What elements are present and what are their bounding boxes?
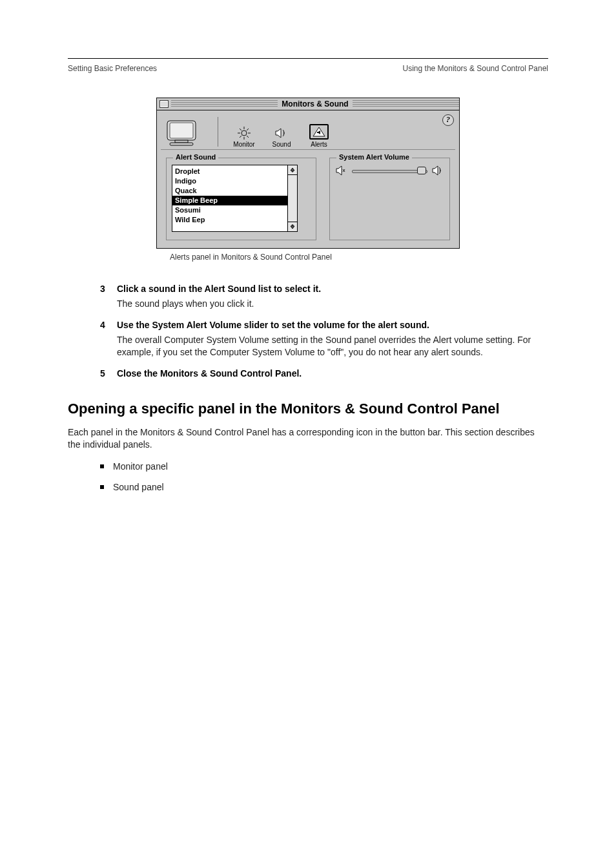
section-intro: Each panel in the Monitors & Sound Contr… [68,426,548,452]
figure-caption: Alerts panel in Monitors & Sound Control… [170,253,548,262]
list-item[interactable]: Droplet [172,167,287,176]
page-top-rule [68,58,548,59]
bullet-item: Monitor panel [100,461,548,473]
slider-track [352,170,427,173]
volume-row [335,165,444,176]
svg-line-11 [247,129,249,130]
toolbar-divider [218,117,218,147]
header-right: Using the Monitors & Sound Control Panel [403,64,548,73]
speaker-loud-icon [273,127,290,140]
list-item[interactable]: Indigo [172,176,287,186]
close-box[interactable] [159,100,169,108]
list-item[interactable]: Quack [172,186,287,196]
svg-rect-2 [175,140,188,143]
step-5: 5 Close the Monitors & Sound Control Pan… [100,368,548,379]
volume-slider[interactable] [352,166,427,175]
help-button[interactable]: ? [442,114,454,126]
step-title: Close the Monitors & Sound Control Panel… [117,368,302,379]
alert-volume-group: System Alert Volume [329,158,450,240]
speaker-mute-icon [335,165,348,176]
tab-alerts-label: Alerts [311,141,327,148]
speaker-loud-icon [431,165,444,176]
alert-sound-listbox[interactable]: Droplet Indigo Quack Simple Beep Sosumi … [172,165,298,232]
scrollbar[interactable] [287,165,297,231]
scroll-track[interactable] [288,175,297,222]
header-left: Setting Basic Preferences [68,64,157,73]
list-item[interactable]: Wild Eep [172,215,287,225]
step-body: The sound plays when you click it. [117,298,548,311]
alert-sound-legend: Alert Sound [173,153,218,161]
section-heading: Opening a specific panel in the Monitors… [68,400,548,417]
arrow-down-icon [290,224,295,229]
slider-thumb[interactable] [417,167,426,174]
running-header: Setting Basic Preferences Using the Moni… [68,64,548,73]
alert-speaker-icon [309,124,329,140]
scroll-up-button[interactable] [288,165,297,175]
window-body: Monitor Sound [157,110,459,248]
svg-line-12 [240,136,241,138]
section-bullets: Monitor panel Sound panel [100,461,548,494]
step-number: 4 [100,320,110,330]
titlebar-stripes [171,100,278,108]
svg-line-10 [247,136,249,138]
svg-rect-3 [170,143,193,145]
step-title: Use the System Alert Volume slider to se… [117,320,429,330]
alert-sound-group: Alert Sound Droplet Indigo Quack Simple … [166,158,316,240]
bullet-item: Sound panel [100,481,548,494]
tab-alerts[interactable]: Alerts [303,124,334,148]
step-number: 5 [100,368,110,379]
step-body: The overall Computer System Volume setti… [117,334,548,359]
tab-sound[interactable]: Sound [266,127,297,148]
titlebar-stripes [353,100,459,108]
step-head: 3 Click a sound in the Alert Sound list … [100,284,548,294]
step-number: 3 [100,284,110,294]
arrow-up-icon [290,167,295,172]
scroll-down-button[interactable] [288,222,297,231]
brightness-icon [236,127,252,140]
tab-sound-label: Sound [272,141,291,148]
step-4: 4 Use the System Alert Volume slider to … [100,320,548,359]
list-item[interactable]: Sosumi [172,205,287,215]
step-head: 4 Use the System Alert Volume slider to … [100,320,548,330]
window-title: Monitors & Sound [278,99,352,109]
toolbar: Monitor Sound [161,114,455,150]
alert-sound-items: Droplet Indigo Quack Simple Beep Sosumi … [172,165,287,231]
window-titlebar[interactable]: Monitors & Sound [157,98,459,110]
step-title: Click a sound in the Alert Sound list to… [117,284,321,294]
list-item[interactable]: Simple Beep [172,196,287,205]
tab-monitor[interactable]: Monitor [229,127,260,148]
alert-volume-legend: System Alert Volume [336,153,412,161]
svg-line-9 [240,129,241,130]
monitors-sound-window: Monitors & Sound [156,98,460,249]
tab-monitor-label: Monitor [233,141,254,148]
svg-rect-1 [170,123,193,138]
step-3: 3 Click a sound in the Alert Sound list … [100,284,548,311]
panels: Alert Sound Droplet Indigo Quack Simple … [161,158,455,240]
svg-point-4 [241,130,247,136]
step-head: 5 Close the Monitors & Sound Control Pan… [100,368,548,379]
monitor-thumbnail-icon [163,120,205,148]
